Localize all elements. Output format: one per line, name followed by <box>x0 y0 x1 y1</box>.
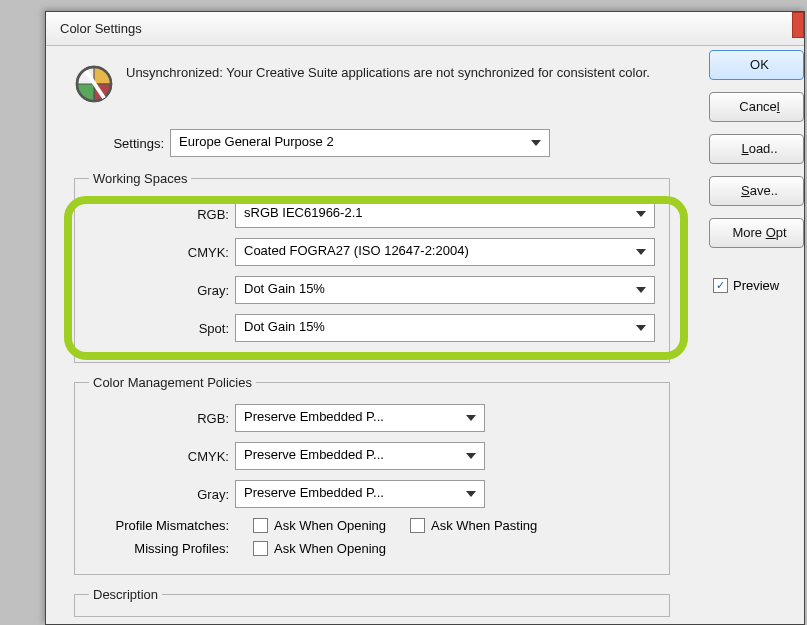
rgb-dropdown[interactable]: sRGB IEC61966-2.1 <box>235 200 655 228</box>
chevron-down-icon <box>636 211 646 217</box>
missing-profiles-row: Missing Profiles: Ask When Opening <box>89 541 655 556</box>
main-settings-area: Settings: Europe General Purpose 2 Worki… <box>74 129 670 617</box>
sync-status-text: Unsynchronized: Your Creative Suite appl… <box>126 64 664 82</box>
policy-cmyk-dropdown[interactable]: Preserve Embedded P... <box>235 442 485 470</box>
policy-rgb-label: RGB: <box>89 411 229 426</box>
preview-row: ✓ Preview <box>709 278 804 293</box>
missing-ask-when-opening-checkbox[interactable] <box>253 541 268 556</box>
policy-rgb-row: RGB: Preserve Embedded P... <box>89 404 655 432</box>
policy-gray-row: Gray: Preserve Embedded P... <box>89 480 655 508</box>
rgb-row: RGB: sRGB IEC61966-2.1 <box>89 200 655 228</box>
spot-dropdown[interactable]: Dot Gain 15% <box>235 314 655 342</box>
gray-row: Gray: Dot Gain 15% <box>89 276 655 304</box>
chevron-down-icon <box>636 325 646 331</box>
chevron-down-icon <box>636 287 646 293</box>
unsynchronized-icon <box>74 64 114 107</box>
sync-status-row: Unsynchronized: Your Creative Suite appl… <box>74 64 664 107</box>
policy-cmyk-label: CMYK: <box>89 449 229 464</box>
chevron-down-icon <box>531 140 541 146</box>
settings-row: Settings: Europe General Purpose 2 <box>74 129 670 157</box>
description-legend: Description <box>89 587 162 602</box>
cmyk-row: CMYK: Coated FOGRA27 (ISO 12647-2:2004) <box>89 238 655 266</box>
policy-gray-dropdown[interactable]: Preserve Embedded P... <box>235 480 485 508</box>
profile-mismatches-label: Profile Mismatches: <box>89 518 229 533</box>
policy-cmyk-row: CMYK: Preserve Embedded P... <box>89 442 655 470</box>
policy-rgb-dropdown[interactable]: Preserve Embedded P... <box>235 404 485 432</box>
close-button[interactable] <box>792 12 804 38</box>
chevron-down-icon <box>466 415 476 421</box>
save-button[interactable]: Save.. <box>709 176 804 206</box>
gray-dropdown[interactable]: Dot Gain 15% <box>235 276 655 304</box>
buttons-column: OK Cancel Load.. Save.. More Opt ✓ Previ… <box>709 50 804 293</box>
working-spaces-legend: Working Spaces <box>89 171 191 186</box>
chevron-down-icon <box>466 491 476 497</box>
profile-mismatches-row: Profile Mismatches: Ask When Opening Ask… <box>89 518 655 533</box>
gray-label: Gray: <box>89 283 229 298</box>
missing-profiles-label: Missing Profiles: <box>89 541 229 556</box>
ask-when-opening-label: Ask When Opening <box>274 518 386 533</box>
settings-dropdown[interactable]: Europe General Purpose 2 <box>170 129 550 157</box>
load-button[interactable]: Load.. <box>709 134 804 164</box>
ask-when-pasting-checkbox[interactable] <box>410 518 425 533</box>
cancel-button[interactable]: Cancel <box>709 92 804 122</box>
settings-value: Europe General Purpose 2 <box>179 134 334 149</box>
settings-label: Settings: <box>74 136 164 151</box>
working-spaces-fieldset: Working Spaces RGB: sRGB IEC61966-2.1 CM… <box>74 171 670 363</box>
ask-when-pasting-label: Ask When Pasting <box>431 518 537 533</box>
description-fieldset: Description <box>74 587 670 617</box>
color-settings-dialog: Color Settings Unsynchronized: Your Crea… <box>45 11 805 625</box>
chevron-down-icon <box>466 453 476 459</box>
ask-when-opening-checkbox[interactable] <box>253 518 268 533</box>
color-policies-fieldset: Color Management Policies RGB: Preserve … <box>74 375 670 575</box>
titlebar[interactable]: Color Settings <box>46 12 804 46</box>
color-policies-legend: Color Management Policies <box>89 375 256 390</box>
policy-gray-label: Gray: <box>89 487 229 502</box>
more-options-button[interactable]: More Opt <box>709 218 804 248</box>
spot-row: Spot: Dot Gain 15% <box>89 314 655 342</box>
preview-label: Preview <box>733 278 779 293</box>
missing-ask-when-opening-label: Ask When Opening <box>274 541 386 556</box>
chevron-down-icon <box>636 249 646 255</box>
rgb-label: RGB: <box>89 207 229 222</box>
cmyk-dropdown[interactable]: Coated FOGRA27 (ISO 12647-2:2004) <box>235 238 655 266</box>
spot-label: Spot: <box>89 321 229 336</box>
cmyk-label: CMYK: <box>89 245 229 260</box>
ok-button[interactable]: OK <box>709 50 804 80</box>
preview-checkbox[interactable]: ✓ <box>713 278 728 293</box>
dialog-title: Color Settings <box>60 21 142 36</box>
content-area: Unsynchronized: Your Creative Suite appl… <box>46 46 804 617</box>
